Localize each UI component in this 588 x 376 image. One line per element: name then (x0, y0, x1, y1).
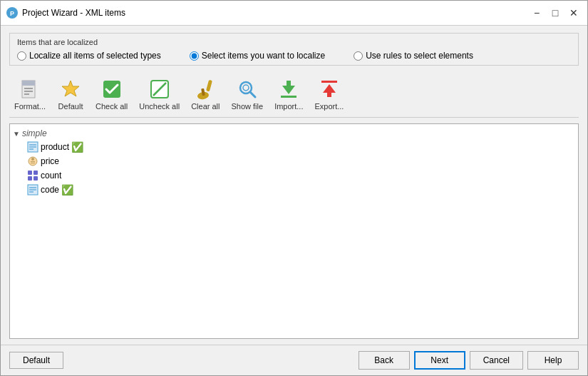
svg-rect-34 (33, 176, 38, 181)
price-icon (27, 156, 38, 167)
default-footer-button[interactable]: Default (9, 352, 63, 369)
check-all-icon (100, 78, 123, 101)
chevron-icon: ▼ (13, 130, 20, 138)
radio-select-items[interactable]: Select items you want to localize (190, 51, 325, 61)
export-label: Export... (314, 102, 344, 111)
main-window: P Project Wizard - XML items − □ ✕ Items… (0, 0, 588, 376)
items-group-title: Items that are localized (17, 38, 571, 46)
format-icon (19, 78, 41, 101)
close-button[interactable]: ✕ (566, 5, 582, 21)
footer-right: Back Next Cancel Help (359, 351, 579, 370)
maximize-button[interactable]: □ (547, 5, 563, 21)
product-check-icon: ✅ (71, 141, 83, 153)
tree-item-code[interactable]: code ✅ (24, 183, 578, 197)
default-button[interactable]: Default (52, 74, 89, 114)
svg-rect-33 (28, 176, 32, 181)
import-label: Import... (274, 102, 303, 111)
app-icon: P (6, 7, 18, 19)
cancel-button[interactable]: Cancel (470, 351, 523, 370)
tree-children: product ✅ price (24, 140, 578, 197)
svg-rect-3 (22, 81, 35, 86)
code-check-icon: ✅ (61, 184, 73, 195)
svg-rect-11 (206, 80, 212, 92)
clear-all-button[interactable]: Clear all (186, 74, 225, 114)
tree-item-price[interactable]: price (24, 154, 578, 168)
tree-item-product[interactable]: product ✅ (24, 140, 578, 154)
tree-item-count[interactable]: count (24, 168, 578, 183)
radio-use-rules[interactable]: Use rules to select elements (354, 51, 473, 61)
svg-marker-7 (62, 81, 79, 96)
radio-localize-all-label: Localize all items of selected types (29, 51, 161, 61)
tree-item-code-label: code (41, 185, 59, 195)
default-icon (59, 78, 82, 101)
radio-use-rules-label: Use rules to select elements (366, 51, 473, 61)
svg-line-15 (250, 92, 255, 97)
format-button[interactable]: Format... (9, 74, 51, 114)
show-file-label: Show file (231, 102, 263, 111)
uncheck-all-button[interactable]: Uncheck all (134, 74, 185, 114)
clear-all-icon (194, 78, 217, 101)
toolbar: Format... Default Check all (9, 71, 579, 118)
window-title: Project Wizard - XML items (22, 8, 529, 18)
svg-rect-21 (327, 91, 331, 97)
import-icon (277, 78, 300, 101)
export-icon (318, 78, 341, 101)
clear-all-label: Clear all (191, 102, 220, 111)
format-label: Format... (14, 102, 46, 111)
svg-rect-32 (33, 171, 38, 175)
content-area: Items that are localized Localize all it… (1, 26, 587, 345)
svg-point-28 (31, 158, 34, 161)
back-button[interactable]: Back (359, 351, 410, 370)
radio-localize-all[interactable]: Localize all items of selected types (17, 51, 161, 61)
code-icon (27, 184, 38, 195)
footer-left: Default (9, 352, 63, 369)
tree-item-count-label: count (41, 171, 61, 181)
items-group: Items that are localized Localize all it… (9, 33, 579, 66)
svg-rect-29 (31, 161, 35, 162)
svg-point-16 (243, 85, 249, 91)
footer: Default Back Next Cancel Help (1, 345, 587, 375)
help-button[interactable]: Help (527, 351, 579, 370)
svg-rect-19 (281, 96, 296, 98)
check-all-button[interactable]: Check all (91, 74, 133, 114)
svg-text:P: P (10, 10, 14, 17)
tree-root[interactable]: ▼ simple (10, 127, 578, 140)
count-icon (27, 170, 38, 181)
radio-select-items-label: Select items you want to localize (202, 51, 325, 61)
radio-use-rules-input[interactable] (354, 51, 363, 61)
next-button[interactable]: Next (414, 351, 465, 370)
show-file-icon (236, 78, 259, 101)
default-label: Default (58, 102, 83, 111)
radio-select-items-input[interactable] (190, 51, 199, 61)
tree-item-product-label: product (41, 142, 69, 152)
tree-root-label: simple (22, 128, 47, 138)
svg-rect-18 (287, 81, 291, 88)
product-icon (27, 141, 38, 153)
svg-rect-30 (31, 163, 35, 163)
show-file-button[interactable]: Show file (226, 74, 268, 114)
uncheck-all-label: Uncheck all (139, 102, 180, 111)
tree-item-price-label: price (41, 156, 59, 166)
svg-rect-31 (28, 171, 32, 175)
window-controls: − □ ✕ (529, 5, 582, 21)
export-button[interactable]: Export... (309, 74, 349, 114)
uncheck-all-icon (148, 78, 171, 101)
tree-area[interactable]: ▼ simple product ✅ (9, 123, 579, 339)
check-all-label: Check all (96, 102, 128, 111)
radio-localize-all-input[interactable] (17, 51, 26, 61)
import-button[interactable]: Import... (269, 74, 308, 114)
svg-rect-22 (321, 81, 337, 83)
minimize-button[interactable]: − (529, 5, 545, 21)
radio-row: Localize all items of selected types Sel… (17, 51, 571, 61)
title-bar: P Project Wizard - XML items − □ ✕ (1, 1, 587, 26)
